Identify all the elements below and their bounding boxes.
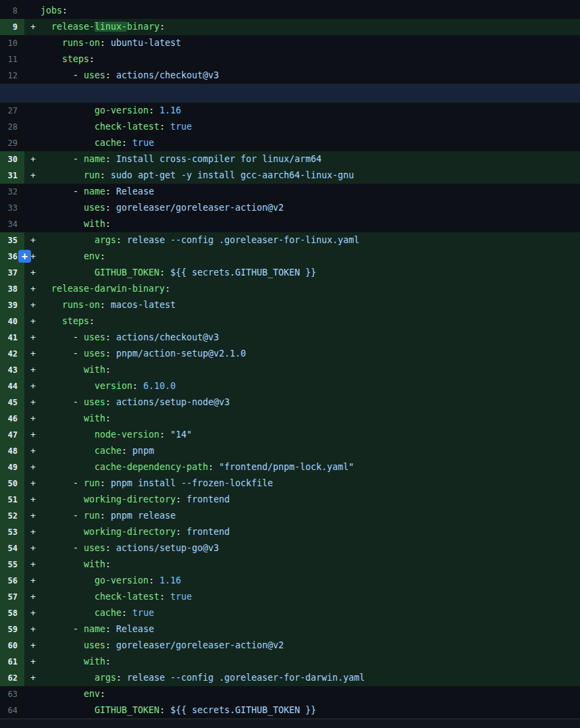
code-token: frontend <box>181 527 230 537</box>
code-token: : <box>159 122 165 132</box>
line-number[interactable]: 59 <box>0 621 24 638</box>
diff-row-44: 44+ version: 6.10.0 <box>0 378 580 394</box>
code-token <box>41 494 84 504</box>
code-line: args: release --config .goreleaser-for-l… <box>41 232 580 249</box>
diff-marker: + <box>24 524 41 540</box>
line-number[interactable]: 38 <box>0 281 24 297</box>
code-token: Release <box>111 624 154 634</box>
diff-row-47: 47+ node-version: "14" <box>0 427 580 443</box>
line-number[interactable]: 27 <box>0 103 24 119</box>
line-number[interactable]: 29 <box>0 135 24 151</box>
code-line: cache: true <box>41 135 580 151</box>
diff-marker: + <box>24 427 41 443</box>
code-token: with <box>84 559 105 569</box>
diff-row-11: 11 steps: <box>0 51 580 68</box>
diff-row-63: 63 env: <box>0 686 580 702</box>
code-token: : <box>208 462 213 472</box>
line-number[interactable]: 11 <box>0 51 24 68</box>
diff-marker: + <box>24 638 41 654</box>
line-number[interactable]: 46 <box>0 411 24 427</box>
line-number[interactable]: 60 <box>0 638 24 654</box>
diff-row-64: 64 GITHUB_TOKEN: ${{ secrets.GITHUB_TOKE… <box>0 702 580 719</box>
line-number[interactable]: 8 <box>0 3 24 19</box>
line-number[interactable]: 31 <box>0 167 24 184</box>
line-number[interactable]: 30 <box>0 151 24 167</box>
code-token: true <box>165 592 192 602</box>
line-number[interactable]: 61 <box>0 654 24 670</box>
expand-hunk-row[interactable] <box>0 84 580 103</box>
code-token <box>41 592 95 602</box>
line-number[interactable]: 34 <box>0 216 24 232</box>
code-token: actions/setup-node@v3 <box>111 397 230 407</box>
line-number[interactable]: 42 <box>0 346 24 362</box>
line-number[interactable]: 40 <box>0 313 24 330</box>
code-line: - uses: actions/checkout@v3 <box>41 330 580 346</box>
line-number[interactable]: 58 <box>0 605 24 621</box>
code-token: : <box>62 5 68 16</box>
code-token: run <box>84 170 100 180</box>
code-token: node-version <box>95 430 159 440</box>
code-token: : <box>176 494 181 504</box>
line-number[interactable]: 64 <box>0 702 24 719</box>
line-number[interactable]: 62 <box>0 670 24 686</box>
code-line: - run: pnpm install --frozen-lockfile <box>41 475 580 492</box>
code-token <box>41 640 84 650</box>
code-line: with: <box>41 362 580 378</box>
code-line: with: <box>41 411 580 427</box>
line-number[interactable]: 56 <box>0 573 24 589</box>
line-number[interactable]: 48 <box>0 443 24 459</box>
line-number[interactable]: 55 <box>0 556 24 573</box>
line-number[interactable]: 54 <box>0 540 24 556</box>
line-number[interactable]: 50 <box>0 475 24 492</box>
diff-marker: + <box>24 443 41 459</box>
code-token: : <box>105 203 111 213</box>
add-comment-button[interactable]: + <box>18 250 31 263</box>
line-number[interactable]: 9 <box>0 19 24 35</box>
diff-row-45: 45+ - uses: actions/setup-node@v3 <box>0 394 580 411</box>
line-number[interactable]: 33 <box>0 200 24 216</box>
code-token: runs-on <box>62 300 100 310</box>
code-token: release --config .goreleaser-for-darwin.… <box>122 673 365 683</box>
code-token: : <box>105 413 111 423</box>
line-number[interactable]: 57 <box>0 589 24 605</box>
line-number[interactable]: 51 <box>0 492 24 508</box>
diff-marker: + <box>24 475 41 492</box>
line-number[interactable]: 10 <box>0 35 24 51</box>
line-number[interactable]: 28 <box>0 119 24 135</box>
line-number[interactable]: 39 <box>0 297 24 313</box>
code-token: release- <box>51 22 95 32</box>
code-line: working-directory: frontend <box>41 492 580 508</box>
diff-row-51: 51+ working-directory: frontend <box>0 492 580 508</box>
code-token <box>41 430 95 440</box>
code-token: frontend <box>181 494 230 504</box>
line-number[interactable]: 44 <box>0 378 24 394</box>
code-token: - <box>41 154 84 164</box>
code-token: : <box>105 559 111 569</box>
line-number[interactable]: 63 <box>0 686 24 702</box>
line-number[interactable]: 45 <box>0 394 24 411</box>
line-number[interactable]: 47 <box>0 427 24 443</box>
code-token: : <box>149 105 154 115</box>
line-number[interactable]: 52 <box>0 508 24 524</box>
code-token: env <box>84 251 100 261</box>
line-number[interactable]: 37 <box>0 265 24 281</box>
line-number[interactable]: 35 <box>0 232 24 249</box>
code-token: Install cross-compiler for linux/arm64 <box>111 154 321 164</box>
line-number[interactable]: 12 <box>0 68 24 84</box>
code-line: args: release --config .goreleaser-for-d… <box>41 670 580 686</box>
code-token: - <box>41 511 84 521</box>
code-token <box>41 462 95 472</box>
code-token: : <box>100 170 105 180</box>
diff-marker <box>24 200 41 216</box>
code-line: check-latest: true <box>41 119 580 135</box>
line-number[interactable]: 32 <box>0 184 24 200</box>
line-number[interactable]: 43 <box>0 362 24 378</box>
line-number[interactable]: 49 <box>0 459 24 475</box>
code-token: runs-on <box>62 38 100 48</box>
line-number[interactable]: 53 <box>0 524 24 540</box>
code-line: - uses: actions/setup-node@v3 <box>41 394 580 411</box>
code-token: GITHUB_TOKEN <box>95 705 159 715</box>
line-number[interactable]: 41 <box>0 330 24 346</box>
code-token: - <box>41 543 84 553</box>
code-token <box>41 284 51 294</box>
